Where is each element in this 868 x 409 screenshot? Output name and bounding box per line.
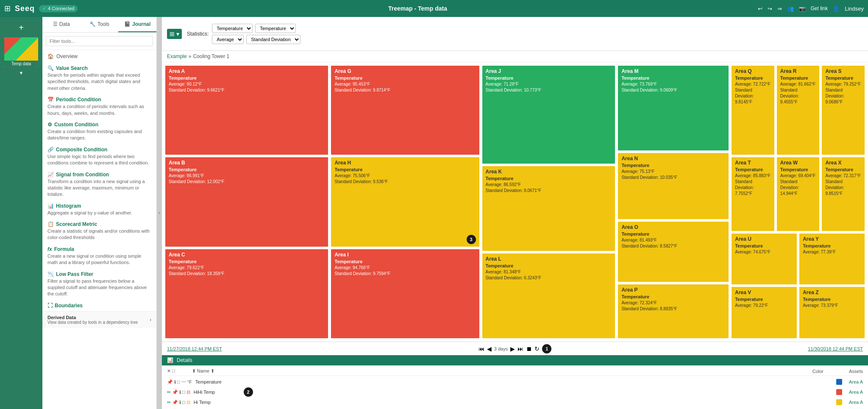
nav-skip-forward[interactable]: ⏭: [517, 345, 523, 352]
pin-icon[interactable]: 📌: [167, 379, 173, 385]
treemap-cell-area-v[interactable]: Area V Temperature Average: 79.22°F: [731, 286, 798, 339]
treemap-cell-area-u[interactable]: Area U Temperature Average: 74.675°F: [731, 233, 798, 286]
treemap-cell-area-b[interactable]: Area B Temperature Average: 86.991°FStan…: [164, 156, 329, 247]
details-panel-header[interactable]: 📊 Details: [162, 355, 868, 365]
boundaries-icon: ⛶: [47, 303, 53, 309]
tab-data[interactable]: ☰ Data: [42, 17, 81, 32]
row-check-2[interactable]: □: [182, 390, 185, 395]
treemap-cell-area-n[interactable]: Area N Temperature Average: 75.13°FStand…: [617, 152, 729, 220]
nav-skip-back[interactable]: ⏮: [479, 345, 484, 352]
sidebar-tool-boundaries[interactable]: ⛶ Boundaries: [42, 300, 156, 311]
undo-icon[interactable]: ↩: [758, 6, 762, 12]
sidebar-tool-custom-condition[interactable]: ⚙ Custom Condition Create a condition fr…: [42, 119, 156, 144]
redo-icon[interactable]: ↪: [768, 6, 772, 12]
stats-dropdown-stat2[interactable]: Standard Deviation: [246, 35, 300, 44]
pin-icon-3[interactable]: 📌: [172, 400, 178, 405]
sidebar-tool-value-search[interactable]: 🔍 Value Search Search for periods within…: [42, 63, 156, 94]
sidebar-tool-low-pass-filter[interactable]: 📉 Low Pass Filter Filter a signal to pas…: [42, 269, 156, 300]
pin-icon-2[interactable]: 📌: [172, 390, 178, 395]
badge-3: 3: [467, 235, 476, 244]
sidebar-tool-signal-from-condition[interactable]: 📈 Signal from Condition Transform a cond…: [42, 169, 156, 200]
treemap-cell-area-q[interactable]: Area Q Temperature Average: 72.722°FStan…: [731, 65, 775, 156]
treemap-cell-area-x[interactable]: Area X Temperature Average: 72.317°FStan…: [821, 156, 865, 232]
stats-dropdown-signal2[interactable]: Temperature: [255, 24, 296, 33]
add-button[interactable]: +: [15, 21, 28, 34]
details-assets-row3: Area A: [836, 399, 863, 405]
treemap-container: Area A Temperature Average: 90.12°FStand…: [162, 62, 868, 355]
forward-icon[interactable]: ⇒: [777, 6, 782, 12]
edit-icon-2[interactable]: ✏: [167, 390, 171, 395]
asset-link-area-a-1[interactable]: Area A: [849, 379, 863, 384]
color-swatch-red: [836, 389, 842, 395]
sidebar-tool-histogram[interactable]: 📊 Histogram Aggregate a signal by y-valu…: [42, 200, 156, 219]
treemap-cell-area-j[interactable]: Area J Temperature Average: 71.28°FStand…: [481, 65, 616, 164]
treemap-cell-area-z[interactable]: Area Z Temperature Average: 73.379°F: [798, 286, 865, 339]
search-input[interactable]: [46, 36, 153, 46]
treemap-cell-area-k[interactable]: Area K Temperature Average: 86.592°FStan…: [481, 165, 616, 252]
info-icon[interactable]: ℹ: [174, 379, 176, 385]
data-tab-icon: ☰: [53, 21, 58, 27]
sidebar-tool-formula[interactable]: fx Formula Create a new signal or condit…: [42, 244, 156, 269]
tab-tools[interactable]: 🔧 Tools: [81, 17, 119, 32]
treemap-cell-area-h[interactable]: Area H Temperature Average: 75.506°FStan…: [330, 156, 480, 247]
treemap-cell-area-t[interactable]: Area T Temperature Average: 85.883°FStan…: [731, 156, 775, 232]
nav-end[interactable]: ⏹: [526, 345, 532, 352]
app-grid-icon[interactable]: ⊞: [4, 4, 11, 13]
tab-journal[interactable]: 📓 Journal: [118, 17, 156, 32]
stats-dropdown-signal[interactable]: Temperature: [212, 24, 253, 33]
treemap-cell-area-i[interactable]: Area I Temperature Average: 94.766°FStan…: [330, 248, 480, 339]
sidebar-tool-periodic-condition[interactable]: 📅 Periodic Condition Create a condition …: [42, 94, 156, 119]
treemap-row-uy: Area U Temperature Average: 74.675°F Are…: [731, 233, 865, 286]
get-link-btn[interactable]: Get link: [811, 6, 828, 11]
treemap-cell-area-s[interactable]: Area S Temperature Average: 79.252°FStan…: [821, 65, 865, 156]
nav-prev[interactable]: ◀: [487, 345, 492, 352]
sidebar-tool-composite-condition[interactable]: 🔗 Composite Condition Use simple logic t…: [42, 144, 156, 169]
worksheet-thumb[interactable]: Temp data: [4, 37, 38, 67]
thumbnail-panel: + Temp data ▼: [0, 17, 42, 409]
nav-refresh[interactable]: ↻: [534, 345, 540, 352]
scorecard-icon: 📋: [47, 221, 54, 227]
view-type-button[interactable]: ⊞ ▾: [167, 29, 182, 39]
info-icon-3[interactable]: ℹ: [179, 400, 181, 405]
row-check-3[interactable]: □: [182, 400, 185, 405]
nav-next[interactable]: ▶: [510, 345, 515, 352]
details-assets-header: Assets: [849, 369, 863, 374]
treemap-cell-area-r[interactable]: Area R Temperature Average: 81.662°FStan…: [776, 65, 821, 156]
treemap-cell-area-o[interactable]: Area O Temperature Average: 81.493°FStan…: [617, 221, 729, 283]
treemap-cell-area-p[interactable]: Area P Temperature Average: 72.324°FStan…: [617, 284, 729, 339]
asset-link-area-a-3[interactable]: Area A: [849, 400, 863, 405]
time-end: 11/30/2018 12:44 PM EST: [808, 346, 863, 351]
sidebar-tool-scorecard[interactable]: 📋 Scorecard Metric Create a statistic of…: [42, 219, 156, 244]
stats-dropdown-stat1[interactable]: Average: [212, 35, 244, 44]
journal-tab-icon: 📓: [124, 21, 131, 27]
screenshot-icon[interactable]: 📷: [799, 6, 806, 12]
info-icon-2[interactable]: ℹ: [179, 390, 181, 395]
sidebar-derived-data[interactable]: Derived Data View data created by tools …: [42, 311, 156, 328]
sidebar-overview[interactable]: 🏠 Overview: [42, 50, 156, 63]
treemap-cell-area-y[interactable]: Area Y Temperature Average: 77.39°F: [798, 233, 865, 286]
treemap-row-vz: Area V Temperature Average: 79.22°F Area…: [731, 286, 865, 339]
treemap-cell-area-c[interactable]: Area C Temperature Average: 79.622°FStan…: [164, 248, 329, 339]
treemap-cell-area-m[interactable]: Area M Temperature Average: 73.769°FStan…: [617, 65, 729, 151]
edit-icon-3[interactable]: ✏: [167, 400, 171, 405]
treemap-cell-area-w[interactable]: Area W Temperature Average: 69.404°FStan…: [776, 156, 821, 232]
treemap-col-4: Area M Temperature Average: 73.769°FStan…: [617, 65, 729, 339]
treemap-cell-area-g[interactable]: Area G Temperature Average: 95.453°FStan…: [330, 65, 480, 156]
periodic-icon: 📅: [47, 97, 54, 103]
thumb-dropdown-arrow[interactable]: ▼: [19, 70, 24, 75]
details-color-header: Color: [812, 369, 823, 374]
data-tab-label: Data: [59, 21, 70, 27]
badge-2-container: 2: [244, 387, 253, 397]
tools-tab-label: Tools: [97, 21, 109, 27]
treemap-cell-area-l[interactable]: Area L Temperature Average: 81.348°FStan…: [481, 253, 616, 339]
breadcrumb: Example » Cooling Tower 1: [162, 51, 868, 62]
treemap-cell-area-a[interactable]: Area A Temperature Average: 90.12°FStand…: [164, 65, 329, 156]
time-navigation: 11/27/2018 12:44 PM EST ⏮ ◀ 3 days ▶ ⏭ ⏹…: [162, 342, 868, 355]
thumb-label: Temp data: [4, 61, 38, 67]
details-assets-row2: Area A: [836, 389, 863, 395]
users-icon[interactable]: 👥: [787, 6, 794, 12]
asset-link-area-a-2[interactable]: Area A: [849, 390, 863, 395]
row-check[interactable]: □: [177, 379, 180, 384]
collapse-handle[interactable]: ‹: [157, 17, 162, 409]
breadcrumb-example[interactable]: Example: [167, 53, 187, 59]
